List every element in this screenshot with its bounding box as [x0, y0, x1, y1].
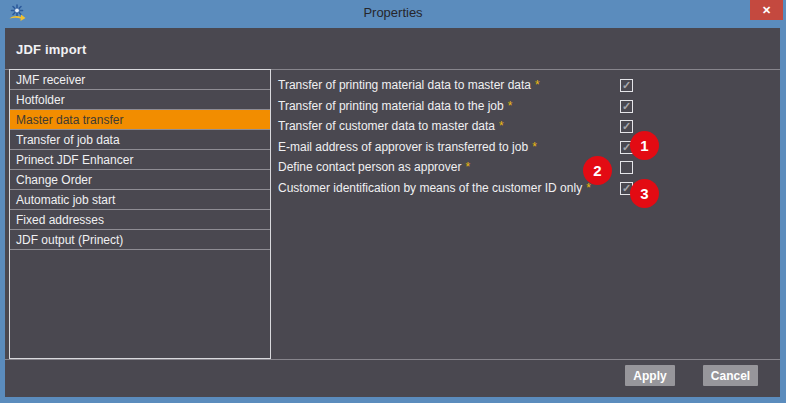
sidebar-item-fixed-addresses[interactable]: Fixed addresses: [10, 210, 270, 230]
setting-label: E-mail address of approver is transferre…: [278, 140, 537, 154]
setting-label: Define contact person as approver*: [278, 160, 470, 174]
window-title: Properties: [0, 0, 786, 28]
titlebar: Properties ✕: [0, 0, 786, 28]
sidebar-item-hotfolder[interactable]: Hotfolder: [10, 90, 270, 110]
required-marker: *: [535, 78, 540, 92]
checkbox-transfer-material-to-master-data[interactable]: [620, 79, 633, 92]
setting-row: Define contact person as approver*: [278, 157, 678, 178]
sidebar-item-master-data-transfer[interactable]: Master data transfer: [10, 110, 270, 130]
sidebar-item-jmf-receiver[interactable]: JMF receiver: [10, 70, 270, 90]
annotation-badge-3: 3: [630, 179, 659, 208]
sidebar-item-automatic-job-start[interactable]: Automatic job start: [10, 190, 270, 210]
setting-row: Transfer of printing material data to ma…: [278, 75, 678, 96]
annotation-badge-1: 1: [630, 131, 659, 160]
setting-row: Customer identification by means of the …: [278, 178, 678, 199]
footer-divider: [5, 359, 780, 360]
checkbox-transfer-customer-to-master-data[interactable]: [620, 120, 633, 133]
required-marker: *: [508, 99, 513, 113]
setting-label: Transfer of printing material data to ma…: [278, 78, 540, 92]
setting-row: Transfer of customer data to master data…: [278, 116, 678, 137]
sidebar-item-change-order[interactable]: Change Order: [10, 170, 270, 190]
annotation-badge-2: 2: [583, 156, 612, 185]
checkbox-define-contact-as-approver[interactable]: [620, 161, 633, 174]
required-marker: *: [465, 160, 470, 174]
sidebar-item-transfer-of-job-data[interactable]: Transfer of job data: [10, 130, 270, 150]
apply-button[interactable]: Apply: [625, 365, 675, 386]
checkbox-transfer-material-to-job[interactable]: [620, 100, 633, 113]
sidebar-nav: JMF receiver Hotfolder Master data trans…: [9, 69, 271, 359]
setting-row: Transfer of printing material data to th…: [278, 96, 678, 117]
setting-label: Customer identification by means of the …: [278, 181, 591, 195]
setting-label: Transfer of customer data to master data…: [278, 119, 504, 133]
sidebar-item-prinect-jdf-enhancer[interactable]: Prinect JDF Enhancer: [10, 150, 270, 170]
properties-window: Properties ✕ JDF import JMF receiver Hot…: [0, 0, 786, 403]
cancel-button[interactable]: Cancel: [703, 365, 758, 386]
page-title: JDF import: [16, 28, 87, 69]
setting-row: E-mail address of approver is transferre…: [278, 137, 678, 158]
required-marker: *: [499, 119, 504, 133]
close-button[interactable]: ✕: [750, 0, 783, 20]
dialog-content: JDF import JMF receiver Hotfolder Master…: [5, 28, 780, 397]
required-marker: *: [532, 140, 537, 154]
setting-label: Transfer of printing material data to th…: [278, 99, 512, 113]
sidebar-item-jdf-output-prinect[interactable]: JDF output (Prinect): [10, 230, 270, 250]
